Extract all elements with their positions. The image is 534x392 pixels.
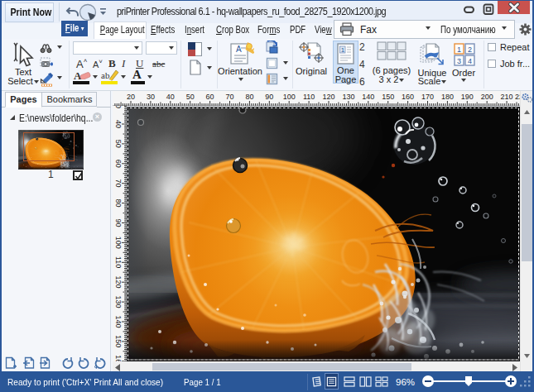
svg-text:40: 40 [166,93,175,101]
svg-text:130: 130 [342,93,354,101]
svg-text:160: 160 [402,93,414,101]
svg-text:80: 80 [245,93,253,101]
svg-text:4: 4 [468,57,472,65]
svg-text:1: 1 [341,46,345,54]
svg-text:30: 30 [147,93,155,101]
svg-text:170: 170 [421,93,434,101]
svg-text:30: 30 [114,106,123,108]
svg-text:120: 120 [322,93,334,101]
svg-text:120: 120 [114,276,123,289]
svg-text:70: 70 [114,179,123,188]
svg-text:80: 80 [114,198,123,207]
svg-text:3: 3 [457,57,461,65]
svg-text:130: 130 [114,295,123,308]
svg-text:60: 60 [206,93,214,101]
svg-text:1: 1 [457,45,461,54]
svg-text:100: 100 [114,237,123,249]
svg-text:60: 60 [114,160,123,168]
svg-text:150: 150 [382,93,394,101]
svg-text:110: 110 [114,256,123,268]
svg-text:50: 50 [114,140,123,148]
svg-text:210: 210 [501,93,513,101]
svg-text:40: 40 [114,120,123,128]
svg-text:90: 90 [114,218,123,227]
svg-text:20: 20 [127,93,135,101]
svg-text:70: 70 [225,93,233,101]
svg-text:2: 2 [468,45,472,54]
svg-text:A: A [236,45,242,54]
svg-text:110: 110 [303,93,315,101]
svg-text:90: 90 [265,93,273,101]
svg-text:160: 160 [114,355,123,361]
svg-text:50: 50 [186,93,195,101]
svg-text:200: 200 [481,93,493,101]
svg-text:140: 140 [114,315,123,327]
svg-text:150: 150 [114,335,123,347]
svg-text:180: 180 [441,93,454,101]
svg-text:190: 190 [461,93,474,101]
svg-text:100: 100 [283,93,296,101]
svg-text:140: 140 [362,93,374,101]
